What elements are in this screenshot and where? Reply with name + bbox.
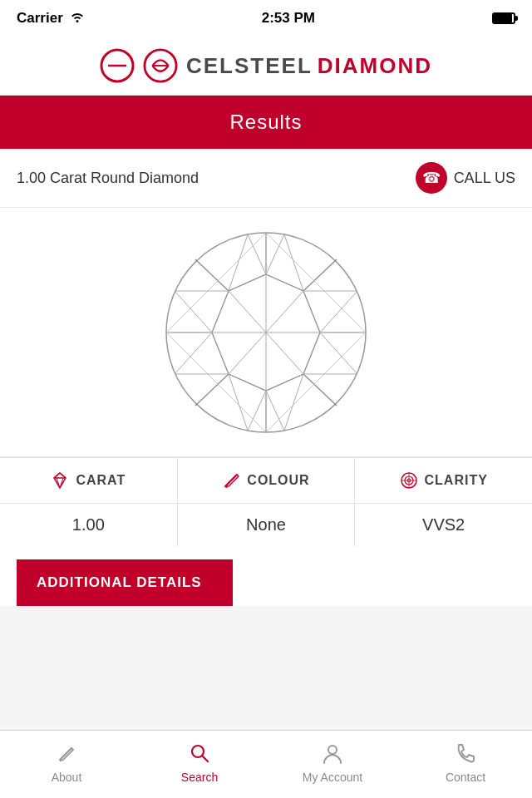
- stats-headers: CARAT COLOUR CLARITY: [0, 458, 532, 504]
- additional-details-button[interactable]: ADDITIONAL DETAILS: [17, 559, 233, 606]
- svg-marker-42: [54, 473, 66, 488]
- svg-line-26: [320, 332, 357, 374]
- colour-label: COLOUR: [247, 473, 309, 488]
- results-banner: Results: [0, 96, 532, 149]
- wifi-icon: [70, 11, 85, 26]
- svg-line-21: [229, 291, 266, 332]
- phone-nav-icon: [453, 741, 478, 766]
- svg-line-36: [229, 234, 248, 291]
- call-us-label: CALL US: [454, 170, 515, 187]
- results-title: Results: [229, 111, 302, 133]
- nav-item-account[interactable]: My Account: [266, 731, 399, 798]
- svg-line-19: [229, 332, 266, 374]
- search-nav-label: Search: [181, 771, 218, 784]
- svg-line-22: [266, 234, 284, 274]
- pencil-icon: [222, 471, 240, 490]
- clarity-label: CLARITY: [425, 473, 488, 488]
- diamond-icon: [51, 471, 69, 490]
- svg-line-30: [248, 391, 266, 431]
- battery-icon: [492, 12, 515, 24]
- stat-header-carat: CARAT: [0, 458, 178, 503]
- logo-icon: [100, 48, 135, 83]
- account-nav-icon: [320, 741, 345, 766]
- carat-value: 1.00: [0, 504, 178, 546]
- svg-line-34: [175, 291, 212, 332]
- svg-line-33: [175, 332, 212, 374]
- stats-section: CARAT COLOUR CLARITY: [0, 457, 532, 546]
- svg-line-37: [248, 234, 266, 274]
- stat-header-colour: COLOUR: [178, 458, 356, 503]
- svg-line-17: [266, 332, 303, 374]
- account-nav-label: My Account: [303, 771, 362, 784]
- carat-label: CARAT: [76, 473, 126, 488]
- svg-line-23: [284, 234, 303, 291]
- nav-item-contact[interactable]: Contact: [399, 731, 532, 798]
- circle-gem-icon: [400, 471, 418, 490]
- status-bar: Carrier 2:53 PM: [0, 0, 532, 37]
- pencil-nav-icon: [54, 741, 79, 766]
- diamond-diagram: [158, 224, 374, 441]
- svg-line-31: [229, 374, 248, 431]
- phone-circle-icon: ☎: [416, 162, 447, 194]
- svg-point-57: [328, 746, 337, 754]
- logo-text: CELSTEEL DIAMOND: [186, 53, 432, 79]
- stat-header-clarity: CLARITY: [355, 458, 532, 503]
- svg-line-15: [266, 291, 303, 332]
- svg-line-44: [54, 473, 60, 478]
- diamond-image-area: [0, 208, 532, 457]
- main-content: 1.00 Carat Round Diamond ☎ CALL US: [0, 149, 532, 606]
- logo-celsteel: CELSTEEL: [186, 53, 313, 79]
- bottom-navigation: About Search My Account Contact: [0, 730, 532, 798]
- svg-line-40: [166, 332, 266, 432]
- call-us-button[interactable]: ☎ CALL US: [416, 162, 515, 194]
- svg-line-38: [266, 233, 366, 332]
- phone-icon: ☎: [422, 169, 441, 187]
- contact-nav-label: Contact: [446, 771, 485, 784]
- svg-line-45: [60, 473, 66, 478]
- nav-item-search[interactable]: Search: [133, 731, 266, 798]
- app-header: CELSTEEL DIAMOND: [0, 37, 532, 96]
- search-nav-icon: [187, 741, 212, 766]
- about-nav-label: About: [52, 771, 82, 784]
- svg-line-28: [284, 374, 303, 431]
- svg-line-41: [166, 233, 266, 332]
- svg-line-29: [266, 391, 284, 431]
- svg-line-25: [320, 291, 357, 332]
- colour-value: None: [178, 504, 356, 546]
- status-time: 2:53 PM: [262, 10, 315, 27]
- stats-values: 1.00 None VVS2: [0, 504, 532, 546]
- svg-line-39: [266, 332, 366, 432]
- logo-diamond: DIAMOND: [318, 53, 432, 79]
- svg-line-56: [202, 756, 208, 761]
- logo: CELSTEEL DIAMOND: [100, 48, 432, 83]
- carrier-text: Carrier: [17, 10, 63, 27]
- clarity-value: VVS2: [355, 504, 532, 546]
- logo-emblem: [143, 48, 178, 83]
- product-title: 1.00 Carat Round Diamond: [17, 170, 199, 187]
- nav-item-about[interactable]: About: [0, 731, 133, 798]
- product-header: 1.00 Carat Round Diamond ☎ CALL US: [0, 149, 532, 208]
